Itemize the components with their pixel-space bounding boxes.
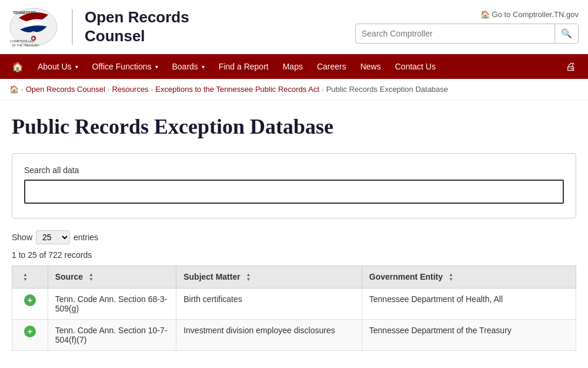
chevron-down-icon: ▾	[155, 64, 158, 70]
source-cell: Tenn. Code Ann. Section 68-3-509(g)	[48, 289, 176, 320]
breadcrumb-orc-link[interactable]: Open Records Counsel	[26, 85, 105, 94]
page-title: Public Records Exception Database	[12, 114, 576, 139]
home-icon: 🏠	[480, 10, 490, 19]
chevron-down-icon: ▾	[202, 64, 205, 70]
nav-home-button[interactable]: 🏠	[5, 55, 31, 78]
sort-arrows-icon: ▲▼	[23, 273, 28, 282]
source-cell: Tenn. Code Ann. Section 10-7-504(f)(7)	[48, 320, 176, 351]
chevron-down-icon: ▾	[75, 64, 78, 70]
subject-cell: Birth certificates	[176, 289, 362, 320]
breadcrumb-sep: ›	[21, 86, 24, 93]
top-bar: ★ TENNESSEE COMPTROLLER OF THE TREASURY …	[0, 0, 588, 54]
show-entries-control: Show 25 50 100 entries	[12, 230, 576, 244]
col-header-subject[interactable]: Subject Matter ▲▼	[176, 266, 362, 289]
main-nav: 🏠 About Us ▾ Office Functions ▾ Boards ▾…	[0, 54, 588, 79]
goto-label: Go to Comptroller.TN.gov	[492, 10, 579, 19]
search-panel: Search all data	[12, 153, 576, 218]
breadcrumb: 🏠 › Open Records Counsel › Resources › E…	[0, 79, 588, 100]
nav-office-functions-label: Office Functions	[92, 62, 152, 71]
breadcrumb-orc-label: Open Records Counsel	[26, 85, 105, 94]
logo-title-line1: Open Records	[85, 8, 189, 26]
nav-news[interactable]: News	[353, 56, 388, 77]
breadcrumb-sep: ›	[151, 86, 153, 93]
search-all-input[interactable]	[24, 180, 564, 204]
svg-text:TENNESSEE: TENNESSEE	[13, 11, 36, 15]
gov-entity-cell: Tennessee Department of Health, All	[362, 289, 576, 320]
nav-contact-us-label: Contact Us	[395, 62, 436, 71]
expand-button[interactable]: +	[24, 326, 36, 337]
logo-text: Open Records Counsel	[85, 8, 189, 45]
nav-news-label: News	[360, 62, 381, 71]
nav-maps[interactable]: Maps	[276, 56, 310, 77]
svg-text:COMPTROLLER: COMPTROLLER	[10, 39, 35, 43]
gov-entity-cell: Tennessee Department of the Treasury	[362, 320, 576, 351]
entries-label: entries	[74, 233, 98, 242]
breadcrumb-current: Public Records Exception Database	[326, 85, 448, 94]
logo-area: ★ TENNESSEE COMPTROLLER OF THE TREASURY …	[7, 6, 189, 48]
search-all-label: Search all data	[24, 165, 564, 175]
sort-arrows-icon: ▲▼	[246, 273, 251, 282]
expand-button[interactable]: +	[24, 294, 36, 306]
top-right: 🏠 Go to Comptroller.TN.gov 🔍	[355, 10, 579, 44]
records-table: ▲▼ Source ▲▼ Subject Matter ▲▼ Governmen…	[12, 266, 576, 351]
header-search-button[interactable]: 🔍	[554, 24, 578, 43]
entries-select[interactable]: 25 50 100	[36, 230, 70, 244]
col-gov-label: Government Entity	[369, 272, 443, 281]
records-count: 1 to 25 of 722 records	[12, 250, 576, 260]
nav-boards[interactable]: Boards ▾	[165, 56, 212, 77]
svg-text:OF THE TREASURY: OF THE TREASURY	[12, 44, 39, 47]
header-search-bar: 🔍	[355, 24, 579, 44]
breadcrumb-resources-link[interactable]: Resources	[112, 85, 148, 94]
col-header-source[interactable]: Source ▲▼	[48, 266, 176, 289]
main-content: Public Records Exception Database Search…	[0, 100, 588, 363]
breadcrumb-resources-label: Resources	[112, 85, 148, 94]
breadcrumb-exceptions-link[interactable]: Exceptions to the Tennessee Public Recor…	[155, 85, 319, 94]
breadcrumb-sep: ›	[322, 86, 324, 93]
nav-careers[interactable]: Careers	[310, 56, 353, 77]
goto-comptroller-link[interactable]: 🏠 Go to Comptroller.TN.gov	[480, 10, 579, 19]
nav-contact-us[interactable]: Contact Us	[388, 56, 443, 77]
col-header-gov-entity[interactable]: Government Entity ▲▼	[362, 266, 576, 289]
sort-arrows-icon: ▲▼	[89, 273, 93, 282]
table-row: + Tenn. Code Ann. Section 68-3-509(g) Bi…	[12, 289, 576, 320]
nav-office-functions[interactable]: Office Functions ▾	[85, 56, 165, 77]
nav-find-report[interactable]: Find a Report	[212, 56, 276, 77]
show-label: Show	[12, 233, 32, 242]
table-row: + Tenn. Code Ann. Section 10-7-504(f)(7)…	[12, 320, 576, 351]
nav-maps-label: Maps	[283, 62, 303, 71]
nav-find-report-label: Find a Report	[219, 62, 269, 71]
logo-divider	[72, 9, 73, 45]
sort-arrows-icon: ▲▼	[449, 273, 453, 282]
nav-careers-label: Careers	[317, 62, 346, 71]
print-icon[interactable]: 🖨	[559, 55, 583, 79]
breadcrumb-exceptions-label: Exceptions to the Tennessee Public Recor…	[155, 85, 319, 94]
logo-title-line2: Counsel	[85, 27, 189, 45]
expand-cell: +	[12, 289, 48, 320]
col-subject-label: Subject Matter	[183, 272, 240, 281]
nav-about-us[interactable]: About Us ▾	[31, 56, 85, 77]
col-header-expand: ▲▼	[12, 266, 48, 289]
header-search-input[interactable]	[356, 25, 554, 42]
nav-boards-label: Boards	[172, 62, 198, 71]
nav-about-us-label: About Us	[38, 62, 72, 71]
logo-emblem: ★ TENNESSEE COMPTROLLER OF THE TREASURY	[7, 6, 60, 48]
col-source-label: Source	[55, 272, 83, 281]
breadcrumb-home-link[interactable]: 🏠	[9, 85, 19, 94]
breadcrumb-sep: ›	[108, 86, 110, 93]
subject-cell: Investment division employee disclosures	[176, 320, 362, 351]
expand-cell: +	[12, 320, 48, 351]
